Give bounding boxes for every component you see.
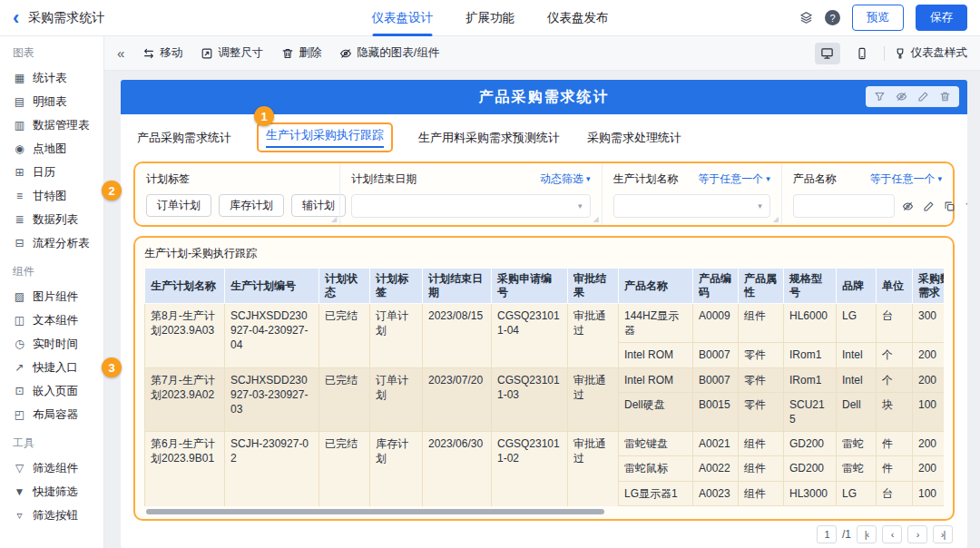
sidebar-item-label: 数据列表 — [33, 212, 78, 228]
style-brush-icon — [894, 47, 906, 60]
sidebar-item-quick-filter[interactable]: ▼快捷筛选 — [13, 480, 100, 504]
product-name-input[interactable] — [793, 194, 895, 218]
cell: 零件 — [739, 343, 784, 367]
sidebar-item-filter-widget[interactable]: ▽筛选组件 — [13, 456, 100, 480]
filter-end-date: 计划结束日期 动态筛选 ▾ ▾ ◢ — [339, 163, 601, 225]
next-page-button[interactable]: › — [907, 525, 927, 543]
sidebar-item-realtime-clock[interactable]: ◷实时时间 — [13, 332, 100, 356]
filter-button-icon: ▿ — [13, 509, 26, 522]
first-page-button[interactable]: |‹ — [857, 525, 877, 543]
plan-name-select[interactable]: ▾ — [613, 194, 770, 218]
canvas-tab-3[interactable]: 生产用料采购需求预测统计 — [416, 125, 562, 151]
sidebar-item-data-manage-table[interactable]: ▥数据管理表 — [13, 113, 100, 137]
nav-tab-extensions[interactable]: 扩展功能 — [466, 0, 514, 36]
eye-off-icon[interactable] — [896, 91, 907, 103]
cell: 200 — [913, 432, 945, 456]
canvas-tab-1[interactable]: 产品采购需求统计 — [135, 125, 233, 151]
plan-tag-button-1[interactable]: 订单计划 — [146, 194, 211, 217]
column-header: 生产计划编号 — [225, 269, 319, 304]
collapse-sidebar-icon[interactable]: « — [117, 45, 124, 61]
sidebar-item-detail-table[interactable]: ▤明细表 — [13, 90, 100, 113]
column-header: 审批结果 — [568, 269, 619, 304]
canvas-tab-2[interactable]: 生产计划采购执行跟踪 — [257, 122, 393, 152]
end-date-select[interactable]: ▾ — [351, 194, 590, 218]
eye-off-icon[interactable] — [902, 201, 914, 212]
end-date-label: 计划结束日期 — [351, 171, 416, 187]
sidebar-item-label: 实时时间 — [33, 337, 78, 352]
copy-icon[interactable] — [944, 201, 956, 212]
resize-label: 调整尺寸 — [218, 45, 263, 61]
sidebar-item-label: 快捷入口 — [33, 360, 78, 376]
cell: 组件 — [739, 505, 784, 506]
edit-pencil-icon[interactable] — [917, 91, 929, 103]
group-cell: 审批通过 — [568, 367, 619, 432]
resize-corner-icon: ◢ — [773, 215, 779, 223]
monitor-icon — [820, 46, 834, 60]
product-name-mode-dropdown[interactable]: 等于任意一个 ▾ — [869, 171, 942, 187]
dashboard-style-button[interactable]: 仪表盘样式 — [894, 45, 968, 61]
delete-button[interactable]: 删除 — [281, 45, 321, 61]
mobile-view-button[interactable] — [849, 43, 875, 64]
toolbar-divider — [884, 46, 885, 61]
save-button[interactable]: 保存 — [916, 5, 967, 31]
sidebar-item-dot-map[interactable]: ◉点地图 — [13, 137, 100, 161]
nav-tab-dashboard-publish[interactable]: 仪表盘发布 — [547, 0, 609, 36]
sidebar-item-image-widget[interactable]: ▨图片组件 — [13, 285, 100, 308]
group-cell: CGSQ231011-02 — [492, 432, 568, 506]
cell: 个 — [877, 343, 913, 367]
image-widget-icon: ▨ — [13, 290, 26, 303]
cell: B0007 — [693, 343, 739, 367]
layout-container-icon: ◰ — [13, 408, 26, 421]
group-cell: 审批通过 — [568, 304, 619, 368]
hidden-widgets-button[interactable]: 隐藏的图表/组件 — [339, 45, 439, 61]
sidebar-item-label: 甘特图 — [33, 189, 67, 204]
sidebar-item-gantt-chart[interactable]: ≡甘特图 — [13, 184, 100, 208]
sidebar-item-embed-page[interactable]: ⊡嵌入页面 — [13, 379, 100, 403]
plan-tag-button-3[interactable]: 辅计划 — [291, 194, 346, 217]
sidebar-item-text-widget[interactable]: ◫文本组件 — [13, 308, 100, 332]
column-header: 产品名称 — [619, 269, 693, 304]
horizontal-scrollbar[interactable] — [146, 509, 604, 514]
table-scroll-area[interactable]: 生产计划名称生产计划编号计划状态计划标签计划结束日期采购申请编号审批结果产品名称… — [144, 268, 944, 506]
text-widget-icon: ◫ — [13, 314, 26, 327]
sidebar-item-filter-button[interactable]: ▿筛选按钮 — [13, 504, 100, 527]
cell: LG显示器1 — [619, 481, 693, 505]
plan-name-mode-dropdown[interactable]: 等于任意一个 ▾ — [698, 171, 770, 187]
sidebar-item-calendar[interactable]: ⊞日历 — [13, 161, 100, 184]
trash-icon[interactable] — [965, 201, 967, 212]
cell: GD200 — [784, 456, 837, 481]
resize-button[interactable]: 调整尺寸 — [201, 45, 263, 61]
move-button[interactable]: 移动 — [142, 45, 182, 61]
group-cell: 已完结 — [319, 304, 370, 368]
prev-page-button[interactable]: ‹ — [882, 525, 902, 543]
column-header: 规格型号 — [784, 269, 837, 304]
cell: SCU215 — [784, 392, 837, 431]
current-page[interactable]: 1 — [817, 525, 837, 543]
resize-icon — [201, 47, 213, 60]
layers-icon[interactable] — [799, 11, 813, 24]
sidebar-item-quick-entry[interactable]: ↗快捷入口 — [13, 356, 100, 379]
trash-icon[interactable] — [939, 91, 951, 103]
nav-tab-dashboard-design[interactable]: 仪表盘设计 — [372, 0, 434, 36]
sidebar-item-flow-analysis-table[interactable]: ⊟流程分析表 — [13, 231, 100, 255]
desktop-view-button[interactable] — [815, 43, 840, 64]
preview-button[interactable]: 预览 — [852, 5, 904, 31]
sidebar-item-layout-container[interactable]: ◰布局容器 — [13, 403, 100, 426]
help-icon[interactable]: ? — [825, 10, 840, 25]
caret-down-icon: ▾ — [578, 202, 583, 210]
canvas-tab-4[interactable]: 采购需求处理统计 — [585, 125, 683, 151]
cell: HL4000 — [784, 505, 837, 506]
filter-funnel-icon[interactable] — [874, 91, 886, 103]
dynamic-filter-dropdown[interactable]: 动态筛选 ▾ — [540, 171, 591, 187]
last-page-button[interactable]: ›| — [933, 525, 953, 543]
back-icon[interactable]: ‹ — [13, 8, 19, 28]
app-body: 图表▦统计表▤明细表▥数据管理表◉点地图⊞日历≡甘特图≣数据列表⊟流程分析表组件… — [0, 36, 980, 548]
group-cell: 2023/07/20 — [423, 367, 492, 432]
sidebar-item-stats-table[interactable]: ▦统计表 — [13, 66, 100, 90]
sidebar-item-data-list[interactable]: ≣数据列表 — [13, 208, 100, 231]
group-cell: 库存计划 — [370, 432, 423, 506]
plan-tag-button-2[interactable]: 库存计划 — [219, 194, 284, 217]
sidebar-item-label: 筛选组件 — [33, 461, 78, 476]
edit-pencil-icon[interactable] — [923, 201, 935, 212]
pagination: 1 /1 |‹‹››| — [121, 521, 967, 548]
